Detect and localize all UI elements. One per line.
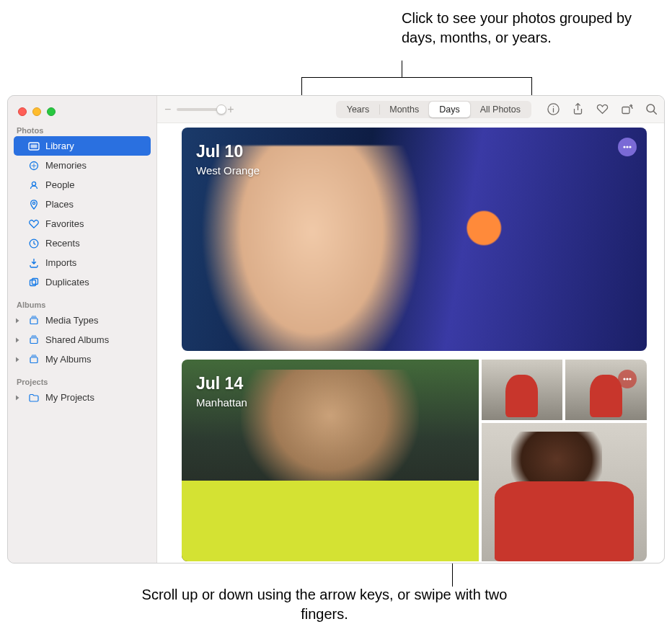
svg-point-15 — [626, 146, 628, 148]
view-segmented-control: Years Months Days All Photos — [336, 101, 531, 118]
minimize-window-button[interactable] — [32, 107, 41, 116]
more-options-button[interactable] — [618, 138, 637, 156]
photo-thumbnail[interactable] — [482, 423, 647, 561]
album-stack-icon — [28, 315, 40, 326]
svg-point-17 — [623, 378, 625, 380]
memories-icon — [28, 160, 40, 172]
disclosure-triangle-icon[interactable] — [14, 337, 21, 344]
sidebar-section-projects: Projects — [8, 375, 156, 388]
pin-icon — [28, 199, 40, 210]
zoom-control[interactable]: − + — [163, 104, 237, 115]
zoom-in-icon[interactable]: + — [227, 104, 234, 115]
sidebar: Photos Library Memories People Places — [8, 96, 157, 563]
segment-days[interactable]: Days — [429, 102, 469, 117]
sidebar-item-myprojects[interactable]: My Projects — [14, 388, 151, 407]
window-controls — [8, 96, 156, 123]
photo-grid[interactable]: Jul 10 West Orange Jul 14 Manhattan — [157, 123, 664, 563]
svg-rect-12 — [622, 107, 629, 114]
share-icon[interactable] — [570, 102, 585, 117]
segment-allphotos[interactable]: All Photos — [470, 102, 531, 117]
import-icon — [28, 257, 40, 269]
photo-thumbnail[interactable] — [482, 360, 563, 420]
sidebar-item-label: Library — [45, 141, 74, 151]
date-label: Jul 10 — [196, 142, 260, 161]
sidebar-item-memories[interactable]: Memories — [14, 156, 151, 175]
library-icon — [28, 141, 40, 152]
day-group-header: Jul 14 Manhattan — [196, 374, 247, 409]
disclosure-triangle-icon[interactable] — [14, 317, 21, 324]
info-icon[interactable] — [546, 102, 560, 117]
fullscreen-window-button[interactable] — [47, 107, 56, 116]
sidebar-item-duplicates[interactable]: Duplicates — [14, 272, 151, 292]
sidebar-item-recents[interactable]: Recents — [14, 233, 151, 253]
zoom-out-icon[interactable]: − — [164, 104, 171, 115]
sidebar-item-label: Recents — [45, 238, 80, 249]
search-icon[interactable] — [644, 102, 658, 117]
photos-app-window: Photos Library Memories People Places — [7, 95, 665, 564]
folder-icon — [28, 392, 40, 404]
svg-rect-7 — [32, 278, 38, 284]
toolbar-actions — [536, 102, 658, 117]
segment-months[interactable]: Months — [379, 102, 429, 117]
sidebar-item-people[interactable]: People — [14, 175, 151, 195]
callout-connector — [452, 564, 453, 587]
svg-point-4 — [32, 202, 35, 204]
sidebar-item-label: My Projects — [45, 392, 94, 403]
sidebar-section-albums: Albums — [8, 298, 156, 311]
day-group[interactable]: Jul 10 West Orange — [182, 128, 647, 351]
photo-thumbnail[interactable] — [565, 360, 647, 420]
svg-rect-10 — [30, 357, 37, 363]
album-stack-icon — [28, 334, 40, 346]
location-label: Manhattan — [196, 396, 247, 409]
sidebar-item-label: Memories — [45, 160, 87, 171]
favorite-heart-icon[interactable] — [595, 102, 609, 117]
svg-point-19 — [629, 378, 631, 380]
sidebar-item-label: Imports — [45, 257, 76, 268]
rotate-icon[interactable] — [619, 102, 634, 117]
sidebar-item-sharedalbums[interactable]: Shared Albums — [14, 330, 151, 349]
svg-rect-9 — [30, 338, 37, 344]
sidebar-section-photos: Photos — [8, 123, 156, 136]
day-group-header: Jul 10 West Orange — [196, 142, 260, 177]
disclosure-triangle-icon[interactable] — [14, 394, 21, 401]
sidebar-item-label: Media Types — [45, 315, 98, 326]
sidebar-item-favorites[interactable]: Favorites — [14, 214, 151, 233]
close-window-button[interactable] — [18, 107, 27, 116]
sidebar-item-label: Favorites — [45, 218, 84, 229]
callout-connector — [402, 61, 402, 77]
sidebar-item-label: Shared Albums — [45, 334, 109, 345]
svg-point-3 — [32, 182, 35, 185]
clock-icon — [28, 238, 40, 249]
people-icon — [28, 179, 40, 191]
heart-icon — [28, 218, 40, 230]
callout-top: Click to see your photos grouped by days… — [402, 9, 661, 48]
svg-rect-8 — [30, 318, 37, 324]
sidebar-item-places[interactable]: Places — [14, 195, 151, 214]
svg-point-18 — [626, 378, 628, 380]
content-area: − + Years Months Days All Photos — [157, 96, 664, 563]
sidebar-item-label: People — [45, 179, 74, 190]
sidebar-item-imports[interactable]: Imports — [14, 253, 151, 272]
segment-years[interactable]: Years — [337, 102, 380, 117]
callout-bottom: Scroll up or down using the arrow keys, … — [130, 585, 519, 624]
svg-point-16 — [629, 146, 631, 148]
day-group[interactable]: Jul 14 Manhattan — [182, 360, 647, 561]
sidebar-item-label: Duplicates — [45, 277, 89, 288]
album-stack-icon — [28, 354, 40, 365]
sidebar-item-mediatypes[interactable]: Media Types — [14, 311, 151, 330]
more-options-button[interactable] — [618, 370, 637, 388]
toolbar: − + Years Months Days All Photos — [157, 96, 664, 123]
sidebar-item-label: My Albums — [45, 354, 92, 365]
duplicates-icon — [28, 277, 40, 288]
svg-rect-1 — [31, 144, 37, 148]
date-label: Jul 14 — [196, 374, 247, 393]
disclosure-triangle-icon[interactable] — [14, 356, 21, 363]
sidebar-item-library[interactable]: Library — [14, 136, 151, 156]
zoom-slider[interactable] — [177, 108, 221, 111]
svg-point-14 — [623, 146, 625, 148]
sidebar-item-myalbums[interactable]: My Albums — [14, 349, 151, 369]
location-label: West Orange — [196, 164, 260, 177]
svg-rect-6 — [30, 280, 36, 285]
sidebar-item-label: Places — [45, 199, 74, 210]
